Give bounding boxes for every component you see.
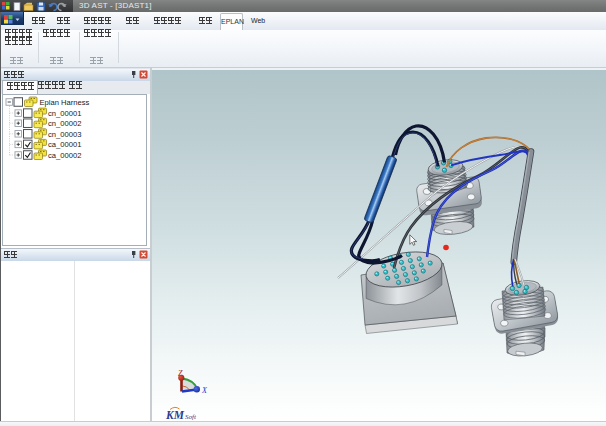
svg-text:ca_00001: ca_00001 bbox=[48, 140, 81, 149]
svg-text:KM: KM bbox=[165, 409, 185, 421]
svg-text:cn_00003: cn_00003 bbox=[48, 129, 81, 138]
svg-text:Soft: Soft bbox=[185, 413, 197, 421]
svg-text:X: X bbox=[201, 386, 208, 395]
svg-text:Z: Z bbox=[178, 369, 183, 378]
svg-text:cn_00001: cn_00001 bbox=[48, 108, 81, 117]
svg-text:Eplan Harness: Eplan Harness bbox=[40, 97, 90, 106]
svg-text:cn_00002: cn_00002 bbox=[48, 119, 81, 128]
svg-text:ca_00002: ca_00002 bbox=[48, 150, 81, 159]
